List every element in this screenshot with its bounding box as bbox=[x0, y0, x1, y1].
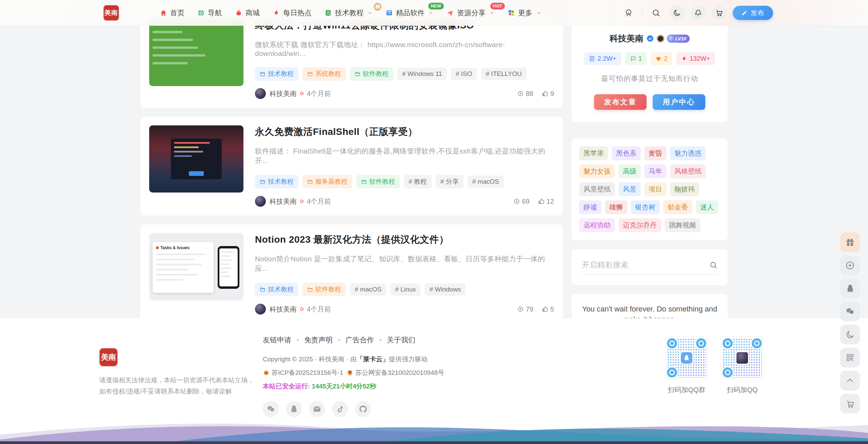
search-input[interactable] bbox=[582, 261, 709, 269]
cloud-tag[interactable]: 风格壁纸 bbox=[670, 164, 706, 178]
police-record-link[interactable]: 苏公网安备32100202010948号 bbox=[347, 368, 444, 377]
dark-mode-icon[interactable] bbox=[670, 5, 685, 20]
cloud-tag[interactable]: 黄昏 bbox=[644, 146, 667, 160]
user-icon[interactable] bbox=[621, 5, 636, 20]
hashtag-chip[interactable]: # macOS bbox=[468, 176, 504, 188]
category-chip[interactable]: 软件教程 bbox=[356, 175, 400, 188]
category-chip[interactable]: 系统教程 bbox=[302, 67, 346, 81]
qrcode-button[interactable] bbox=[840, 348, 860, 367]
hashtag-chip[interactable]: # ISO bbox=[451, 68, 477, 80]
likes-count[interactable]: 12 bbox=[538, 198, 554, 205]
likes-count[interactable]: 5 bbox=[541, 305, 554, 313]
cloud-tag[interactable]: 迷人 bbox=[696, 200, 718, 214]
hashtag-chip[interactable]: # Windows 11 bbox=[397, 68, 447, 80]
cloud-tag[interactable]: 郁金香 bbox=[663, 200, 692, 214]
category-chip[interactable]: 技术教程 bbox=[255, 67, 298, 81]
author-avatar[interactable] bbox=[255, 88, 266, 99]
cloud-tag[interactable]: 黑色系 bbox=[612, 146, 641, 160]
email-icon[interactable] bbox=[309, 401, 325, 417]
article-thumbnail[interactable] bbox=[149, 125, 243, 193]
category-chip[interactable]: 软件教程 bbox=[350, 67, 393, 81]
post-article-button[interactable]: 发布文章 bbox=[594, 94, 647, 110]
hashtag-chip[interactable]: # macOS bbox=[350, 283, 386, 296]
gift-button[interactable] bbox=[840, 233, 860, 252]
article-thumbnail[interactable]: Tasks & Issues bbox=[149, 233, 243, 300]
category-chip[interactable]: 软件教程 bbox=[302, 283, 346, 296]
category-chip[interactable]: 服务器教程 bbox=[302, 175, 352, 188]
cloud-tag[interactable]: 风景 bbox=[618, 182, 641, 196]
article-thumbnail[interactable] bbox=[149, 19, 243, 86]
cloud-tag[interactable]: 银杏树 bbox=[631, 200, 660, 214]
hashtag-chip[interactable]: # Linux bbox=[390, 283, 420, 296]
tiktok-icon[interactable] bbox=[332, 401, 348, 417]
cart-icon[interactable] bbox=[712, 5, 727, 20]
author-name[interactable]: 科技美南 bbox=[270, 89, 297, 98]
wechat-icon[interactable] bbox=[263, 401, 279, 417]
nav-item-navigation[interactable]: 导航 bbox=[197, 8, 222, 18]
nav-item-home[interactable]: 首页 bbox=[160, 8, 184, 18]
author-avatar[interactable] bbox=[255, 196, 266, 207]
cloud-tag[interactable]: 静谧 bbox=[579, 200, 601, 214]
pencil-icon bbox=[742, 10, 748, 16]
cloud-tag[interactable]: 鞠婧祎 bbox=[670, 182, 699, 196]
footer-link[interactable]: 关于我们 bbox=[387, 335, 415, 345]
hashtag-chip[interactable]: # 分享 bbox=[436, 175, 463, 188]
search-card bbox=[572, 249, 728, 285]
search-icon[interactable] bbox=[649, 5, 664, 20]
cloud-tag[interactable]: 魅力诱惑 bbox=[670, 146, 706, 160]
floating-toolbar bbox=[840, 233, 860, 413]
category-chip[interactable]: 技术教程 bbox=[255, 283, 298, 296]
avatar bbox=[736, 352, 748, 364]
cloud-tag[interactable]: 黑苹果 bbox=[579, 146, 608, 160]
footer-link[interactable]: 友链申请 bbox=[263, 335, 291, 345]
cart-button[interactable] bbox=[840, 394, 860, 413]
wechat-contact-button[interactable] bbox=[840, 302, 860, 321]
nav-label: 商城 bbox=[245, 8, 260, 18]
github-icon[interactable] bbox=[355, 401, 371, 417]
cloud-tag[interactable]: 迈克尔乔丹 bbox=[618, 218, 661, 232]
likes-count[interactable]: 9 bbox=[541, 90, 554, 98]
nav-item-hotspots[interactable]: 每日热点 bbox=[273, 8, 312, 18]
chevron-down-icon bbox=[489, 10, 495, 16]
footer-link[interactable]: 免责声明 bbox=[304, 335, 333, 345]
nav-item-tutorials[interactable]: 技术教程 精 bbox=[324, 8, 373, 18]
footer-link[interactable]: 广告合作 bbox=[346, 335, 374, 345]
category-chip[interactable]: 技术教程 bbox=[255, 175, 298, 188]
author-name[interactable]: 科技美南 bbox=[270, 305, 297, 314]
icp-record-link[interactable]: 苏ICP备2025219156号-1 bbox=[263, 368, 343, 377]
site-logo[interactable]: 美南 bbox=[103, 5, 119, 21]
grid-icon bbox=[508, 9, 515, 17]
search-icon[interactable] bbox=[709, 261, 717, 269]
back-to-top-button[interactable] bbox=[840, 371, 860, 390]
cloud-tag[interactable]: 雄狮 bbox=[605, 200, 627, 214]
qq-icon[interactable] bbox=[286, 401, 302, 417]
cloud-tag[interactable]: 高级 bbox=[618, 164, 641, 178]
publish-button[interactable]: 发布 bbox=[733, 6, 773, 20]
footer-logo[interactable]: 美南 bbox=[99, 348, 118, 366]
author-name[interactable]: 科技美南 bbox=[270, 197, 297, 206]
cloud-tag[interactable]: 项目 bbox=[644, 182, 667, 196]
profile-name[interactable]: 科技美南 bbox=[610, 33, 644, 44]
article-title[interactable]: Notion 2023 最新汉化方法（提供汉化文件） bbox=[255, 233, 554, 246]
article-title[interactable]: 永久免费激活FinalShell（正版享受） bbox=[255, 125, 554, 138]
bell-icon[interactable] bbox=[691, 5, 706, 20]
cloud-tag[interactable]: 风景壁纸 bbox=[579, 182, 615, 196]
author-avatar[interactable] bbox=[255, 304, 266, 315]
chevron-down-icon bbox=[367, 10, 373, 16]
cloud-tag[interactable]: 远程协助 bbox=[579, 218, 615, 232]
nav-item-resources[interactable]: 资源分享 HOT bbox=[447, 8, 495, 18]
hashtag-chip[interactable]: # ITELLYOU bbox=[481, 68, 527, 80]
hashtag-chip[interactable]: # 教程 bbox=[404, 175, 432, 188]
nav-item-shop[interactable]: 商城 bbox=[235, 8, 260, 18]
add-button[interactable] bbox=[840, 256, 860, 275]
qq-contact-button[interactable] bbox=[840, 279, 860, 298]
hashtag-chip[interactable]: # Windows bbox=[425, 283, 466, 296]
cloud-tag[interactable]: 魅力女孩 bbox=[579, 164, 615, 178]
folder-icon bbox=[361, 179, 367, 185]
user-center-button[interactable]: 用户中心 bbox=[653, 94, 705, 110]
nav-item-software[interactable]: 精品软件 NEW bbox=[386, 8, 434, 18]
cloud-tag[interactable]: 马年 bbox=[644, 164, 667, 178]
nav-item-more[interactable]: 更多 bbox=[508, 8, 541, 18]
night-mode-button[interactable] bbox=[840, 325, 860, 344]
cloud-tag[interactable]: 跳舞视频 bbox=[665, 218, 701, 232]
